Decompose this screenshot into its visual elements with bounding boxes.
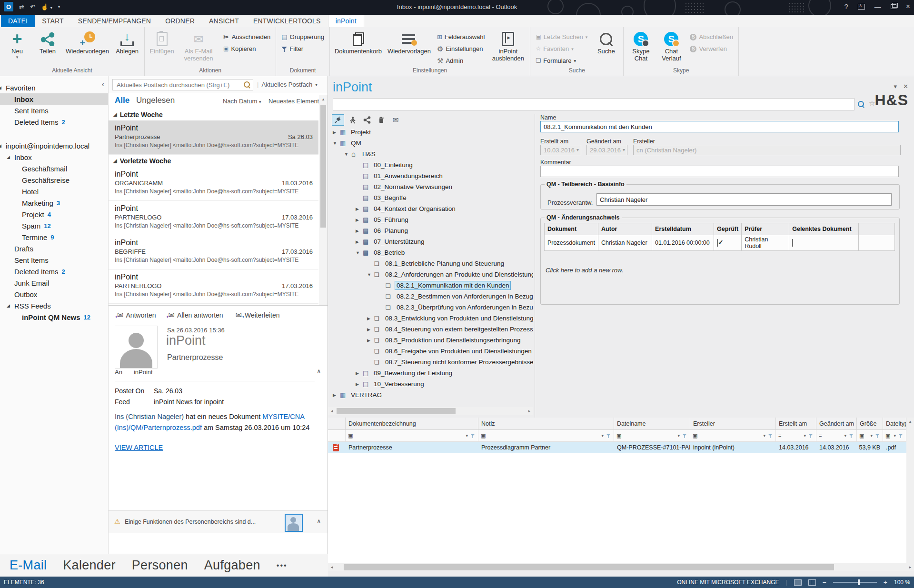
sidebar-item[interactable]: ◢ RSS Feeds [0, 300, 108, 311]
sidebar-item[interactable]: Hotel [0, 186, 108, 197]
grouping-button[interactable]: ▤Gruppierung [278, 31, 327, 43]
forward-button[interactable]: ✉↪ Weiterleiten [236, 310, 280, 319]
touch-mode-icon[interactable]: ☝ ▾ [41, 3, 52, 10]
sidebar-item[interactable]: Sent Items [0, 105, 108, 116]
help-button[interactable]: ? [844, 3, 848, 10]
sidebar-item[interactable]: Geschäftsmail [0, 163, 108, 174]
person-icon[interactable] [347, 115, 358, 125]
tree-item[interactable]: ▶ ❏ 08.4_Steuerung von extern bereitgest… [328, 324, 533, 335]
tree-exp-icon[interactable]: ▼ [367, 272, 374, 277]
reply-all-button[interactable]: ✉↩ Allen antworten [169, 310, 223, 319]
sidebar-item[interactable]: ◢ Inbox [0, 151, 108, 163]
ribbon-tab[interactable]: SENDEN/EMPFANGEN [71, 15, 158, 27]
ribbon-tab[interactable]: ORDNER [158, 15, 202, 27]
comment-field[interactable] [540, 166, 899, 177]
people-pane-avatar[interactable] [285, 514, 303, 532]
tree-col-icon[interactable]: ▶ [356, 207, 363, 211]
filter-icon[interactable] [898, 433, 903, 438]
filter-cell[interactable]: ▣ ▾ [883, 430, 906, 441]
sidebar-item[interactable]: Projekt 4 [0, 209, 108, 220]
chevron-down-icon[interactable]: ▾ [870, 433, 873, 438]
layout-reading-icon[interactable] [808, 579, 816, 586]
column-header[interactable]: Erstelldatum [652, 223, 714, 235]
list-item[interactable]: inPoint ORGANIGRAMM18.03.2016 Ins [Chris… [109, 167, 318, 201]
share-button[interactable]: Teilen [33, 29, 62, 56]
tree-exp-icon[interactable]: ▼ [356, 250, 363, 255]
column-header[interactable] [328, 418, 346, 429]
document-basket-button[interactable]: Dokumentenkorb [332, 29, 384, 56]
tree-item[interactable]: ▼ ❏ 08.2_Anforderungen an Produkte und D… [328, 269, 533, 280]
column-header[interactable]: Dokumentenbezeichnung [346, 418, 478, 429]
sidebar-item[interactable]: Geschäftsreise [0, 174, 108, 186]
tree-horizontal-scrollbar[interactable]: ◂ ▸ [328, 407, 533, 415]
sidebar-item[interactable]: Outbox [0, 289, 108, 300]
chevron-down-icon[interactable]: ▾ [466, 433, 468, 438]
sort-order-button[interactable]: Neuestes Element ↓ [268, 98, 324, 105]
filter-cell[interactable]: ▣ ▾ [614, 430, 690, 441]
tree-col-icon[interactable]: ▶ [356, 229, 363, 233]
inpoint-filter-input[interactable] [333, 98, 854, 110]
tree-item[interactable]: ❏ 08.7_Steuerung nicht konformer Prozess… [328, 357, 533, 368]
minimize-button[interactable]: — [874, 3, 881, 10]
group-header[interactable]: ◢Letzte Woche [109, 109, 318, 120]
gelenktes-dokument-checkbox[interactable] [792, 239, 793, 247]
chevron-down-icon[interactable]: ▾ [844, 433, 846, 438]
add-row-link[interactable]: Click here to add a new row. [546, 267, 623, 274]
layout-normal-icon[interactable] [794, 579, 802, 586]
sidebar-item[interactable]: Marketing 3 [0, 197, 108, 209]
zoom-level[interactable]: 100 % [894, 579, 910, 586]
list-item[interactable]: inPoint PARTNERLOGO17.03.2016 Ins [Chris… [109, 201, 318, 235]
chevron-down-icon[interactable]: ▾ [601, 433, 604, 438]
nav-item[interactable]: Personen [132, 558, 188, 573]
filter-icon[interactable] [875, 433, 880, 438]
sidebar-item[interactable]: Inbox [0, 93, 108, 105]
settings-button[interactable]: ⚙Einstellungen [434, 43, 487, 55]
filter-cell[interactable]: ▣ ▾ [857, 430, 883, 441]
zoom-slider[interactable] [833, 582, 877, 583]
search-icon[interactable] [244, 81, 250, 88]
ribbon-display-options-button[interactable] [858, 4, 865, 10]
tree-exp-icon[interactable]: ▼ [344, 152, 351, 157]
tree-item[interactable]: ▶ ❏ 08.3_Entwicklung von Produkten und D… [328, 313, 533, 324]
mail-list-scrollbar[interactable]: ▴ [319, 95, 328, 305]
process-owner-field[interactable] [596, 193, 892, 206]
tree-exp-icon[interactable]: ▼ [333, 141, 340, 146]
tree-col-icon[interactable]: ▶ [356, 382, 363, 387]
search-input[interactable] [112, 79, 253, 90]
tree-item[interactable]: ▼ ⌂ H&S [328, 149, 533, 159]
tree-item[interactable]: ▶ ❏ 08.5_Produktion und Dienstleistungse… [328, 335, 533, 346]
column-header[interactable]: Autor [598, 223, 652, 235]
share-icon[interactable] [361, 115, 373, 125]
hide-inpoint-button[interactable]: inPoint ausblenden [488, 29, 527, 63]
filter-button[interactable]: Filter [278, 43, 327, 55]
column-header[interactable]: Dateiname [614, 418, 690, 429]
tree-col-icon[interactable]: ▶ [367, 327, 374, 332]
delete-icon[interactable] [376, 115, 387, 125]
column-header[interactable]: Dateityp [883, 418, 906, 429]
new-button[interactable]: +Neu▾ [2, 29, 32, 60]
tree-col-icon[interactable]: ▶ [333, 393, 340, 398]
sort-by-dropdown[interactable]: Nach Datum ▾ [223, 98, 261, 105]
admin-button[interactable]: ⚒Admin [434, 55, 487, 67]
chevron-down-icon[interactable]: ▾ [677, 433, 680, 438]
column-header[interactable]: Ersteller [690, 418, 776, 429]
documents-horizontal-scrollbar[interactable]: ◂ ▸ [328, 563, 914, 571]
nav-item[interactable]: Aufgaben [204, 558, 260, 573]
ribbon-tab[interactable]: inPoint [328, 14, 364, 27]
filter-cell[interactable]: ▣ ▾ [346, 430, 478, 441]
tree-col-icon[interactable]: ▶ [356, 218, 363, 222]
tab-ungelesen[interactable]: Ungelesen [136, 96, 175, 105]
filter-icon[interactable] [849, 433, 854, 438]
follow-up-button[interactable]: +Wiedervorlegen [63, 29, 111, 56]
sidebar-item[interactable]: Deleted Items 2 [0, 266, 108, 277]
search-scope-dropdown[interactable]: |Aktuelles Postfach▾ [257, 81, 318, 88]
sidebar-item[interactable]: Termine 9 [0, 231, 108, 243]
chevron-up-icon[interactable]: ∧ [317, 368, 321, 375]
tree-item[interactable]: ❏ 08.2.2_Bestimmen von Anforderungen in … [328, 291, 533, 302]
sidebar-item[interactable]: ◢ inpoint@inpointdemo.local [0, 140, 108, 151]
nav-item[interactable]: E-Mail [10, 558, 47, 573]
tree-col-icon[interactable]: ▶ [333, 130, 340, 135]
restore-button[interactable] [891, 4, 896, 9]
sidebar-item[interactable]: ◢ Favoriten [0, 82, 108, 93]
sidebar-item[interactable]: inPoint QM News 12 [0, 311, 108, 323]
